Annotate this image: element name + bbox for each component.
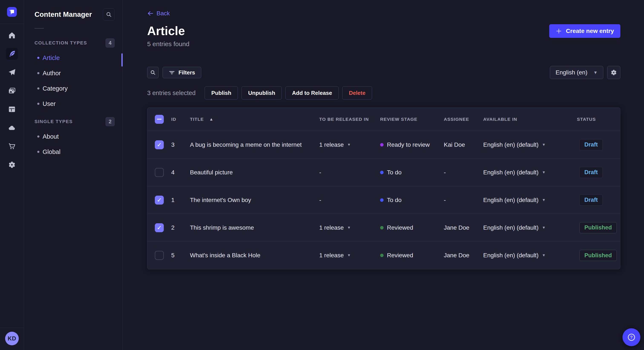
strapi-logo[interactable] [7, 7, 17, 17]
row-checkbox[interactable] [155, 251, 164, 260]
locale-value: English (en) (default) [483, 224, 538, 231]
table-header-row: ID TITLE ▲ TO BE RELEASED IN REVIEW STAG… [147, 108, 620, 131]
row-available-in[interactable]: English (en) (default) ▼ [483, 141, 577, 148]
sort-asc-icon[interactable]: ▲ [209, 117, 214, 122]
entries-table: ID TITLE ▲ TO BE RELEASED IN REVIEW STAG… [147, 107, 620, 269]
table-row[interactable]: 3 A bug is becoming a meme on the intern… [147, 131, 620, 159]
status-label: Draft [584, 197, 598, 203]
bullet-icon [37, 103, 40, 105]
sidebar-item-author[interactable]: Author [34, 65, 115, 81]
help-button[interactable]: ? [622, 328, 640, 346]
table-row[interactable]: 2 This shrimp is awesome 1 release ▼ Rev… [147, 214, 620, 242]
sidebar-item-about[interactable]: About [34, 129, 115, 144]
row-id: 5 [171, 252, 190, 259]
filter-icon [169, 69, 175, 76]
caret-down-icon: ▼ [542, 253, 546, 257]
caret-down-icon: ▼ [542, 170, 546, 175]
row-available-in[interactable]: English (en) (default) ▼ [483, 252, 577, 259]
bullet-icon [37, 87, 40, 90]
add-to-release-button[interactable]: Add to Release [285, 86, 338, 100]
gear-icon [610, 69, 617, 76]
chevron-down-icon: ▼ [593, 70, 598, 75]
table-row[interactable]: 1 The internet's Own boy - ▼ To do - Eng… [147, 186, 620, 214]
sidebar-item-global[interactable]: Global [34, 144, 115, 160]
rail-item-content-manager[interactable] [6, 48, 18, 60]
selection-summary: 3 entries selected [147, 90, 196, 97]
plus-icon [556, 28, 562, 34]
sidebar-item-label: User [42, 100, 56, 107]
unpublish-button[interactable]: Unpublish [242, 86, 282, 100]
publish-button[interactable]: Publish [205, 86, 238, 100]
stage-label: Ready to review [387, 141, 430, 148]
avatar[interactable]: KD [5, 332, 19, 345]
rail-item-media-library[interactable] [6, 85, 18, 97]
row-title: The internet's Own boy [190, 197, 319, 203]
rail-item-home[interactable] [6, 29, 18, 41]
select-all-checkbox[interactable] [155, 115, 164, 124]
back-link[interactable]: Back [147, 10, 170, 17]
row-review-stage: Ready to review [380, 141, 444, 148]
row-available-in[interactable]: English (en) (default) ▼ [483, 197, 577, 203]
row-available-in[interactable]: English (en) (default) ▼ [483, 224, 577, 231]
row-release-cell[interactable]: 1 release ▼ [319, 141, 380, 148]
sidebar-search-button[interactable] [103, 8, 115, 20]
row-release-cell[interactable]: 1 release ▼ [319, 252, 380, 259]
table-row[interactable]: 4 Beautiful picture - ▼ To do - English … [147, 159, 620, 186]
row-checkbox[interactable] [155, 140, 164, 149]
row-release-cell[interactable]: - ▼ [319, 169, 380, 176]
sidebar-item-label: Author [42, 70, 61, 77]
row-checkbox[interactable] [155, 168, 164, 177]
caret-down-icon: ▼ [542, 143, 546, 147]
stage-dot [380, 171, 384, 174]
row-checkbox[interactable] [155, 223, 164, 232]
table-row[interactable]: 5 What's inside a Black Hole 1 release ▼… [147, 242, 620, 269]
rail-item-content-type-builder[interactable] [6, 103, 18, 115]
release-value: - [319, 169, 321, 176]
sidebar-item-category[interactable]: Category [34, 81, 115, 96]
toolbar: Filters English (en) ▼ [147, 66, 620, 79]
app-window: KD Content Manager COLLECTION TYPES 4 Ar… [0, 0, 644, 350]
filters-button[interactable]: Filters [162, 67, 201, 78]
locale-select[interactable]: English (en) ▼ [550, 66, 603, 79]
status-badge: Draft [580, 139, 603, 150]
row-assignee: Jane Doe [444, 224, 483, 231]
rail-item-releases[interactable] [6, 66, 18, 78]
single-types-count: 2 [106, 117, 115, 126]
stage-label: Reviewed [387, 224, 413, 231]
sidebar-divider [34, 28, 44, 28]
selection-bar: 3 entries selected Publish Unpublish Add… [147, 86, 620, 100]
release-value: 1 release [319, 141, 344, 148]
rail-item-settings[interactable] [6, 159, 18, 171]
search-icon [150, 70, 156, 75]
row-release-cell[interactable]: - ▼ [319, 197, 380, 203]
filters-label: Filters [178, 69, 195, 76]
strapi-logo-icon [7, 7, 17, 17]
content-manager-sidebar: Content Manager COLLECTION TYPES 4 Artic… [24, 0, 123, 350]
row-release-cell[interactable]: 1 release ▼ [319, 224, 380, 231]
row-id: 2 [171, 224, 190, 231]
row-checkbox[interactable] [155, 196, 164, 204]
layout-icon [8, 105, 16, 113]
column-header-id[interactable]: ID [171, 117, 190, 122]
row-available-in[interactable]: English (en) (default) ▼ [483, 169, 577, 176]
delete-button[interactable]: Delete [342, 86, 372, 100]
rail-item-deploy[interactable] [6, 122, 18, 134]
list-settings-button[interactable] [607, 66, 620, 79]
row-title: Beautiful picture [190, 169, 319, 176]
column-header-title[interactable]: TITLE ▲ [190, 117, 319, 122]
rail-item-marketplace[interactable] [6, 140, 18, 152]
row-assignee: Kai Doe [444, 141, 483, 148]
sidebar-item-label: Global [42, 149, 60, 156]
row-review-stage: Reviewed [380, 224, 444, 231]
sidebar-item-user[interactable]: User [34, 96, 115, 111]
search-icon [106, 11, 112, 18]
stage-label: Reviewed [387, 252, 413, 259]
collection-types-list: Article Author Category User [34, 50, 115, 111]
row-review-stage: To do [380, 169, 444, 176]
search-button[interactable] [147, 67, 159, 78]
status-label: Published [584, 252, 612, 259]
create-new-entry-button[interactable]: Create new entry [549, 24, 620, 38]
row-assignee: Jane Doe [444, 252, 483, 259]
release-value: 1 release [319, 224, 344, 231]
sidebar-item-article[interactable]: Article [34, 50, 115, 65]
